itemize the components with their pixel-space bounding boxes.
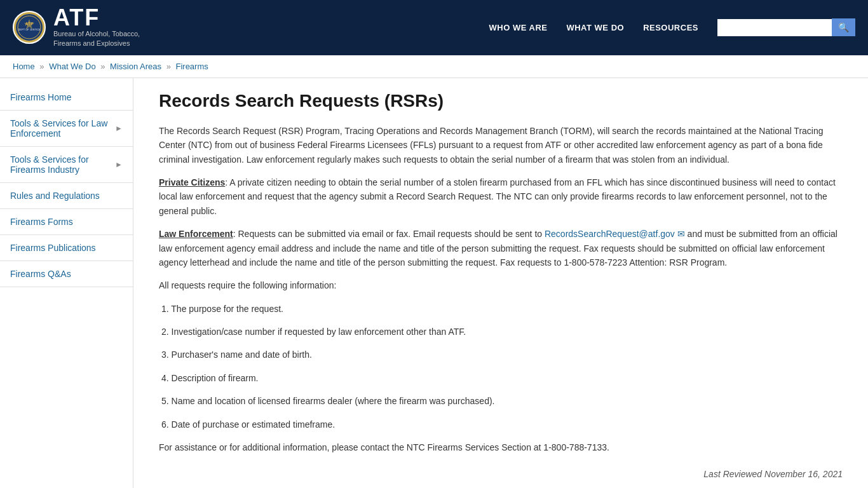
sidebar-item-label: Firearms Home — [10, 92, 71, 102]
breadcrumb-sep-3: » — [166, 62, 173, 71]
breadcrumb-mission-areas[interactable]: Mission Areas — [110, 62, 161, 71]
list-item-4: 4. Description of firearm. — [159, 371, 843, 385]
main-layout: Firearms Home Tools & Services for Law E… — [0, 78, 868, 488]
sidebar-item-label: Firearms Q&As — [10, 269, 71, 279]
main-nav: WHO WE ARE WHAT WE DO RESOURCES 🔍 — [489, 18, 855, 36]
private-citizens-paragraph: Private Citizens: A private citizen need… — [159, 175, 843, 218]
assistance-paragraph: For assistance or for additional informa… — [159, 440, 843, 454]
svg-text:DEPT OF JUSTICE: DEPT OF JUSTICE — [18, 28, 40, 31]
private-citizens-label: Private Citizens — [159, 177, 225, 187]
page-title: Records Search Requests (RSRs) — [159, 91, 843, 111]
nav-who-we-are[interactable]: WHO WE ARE — [489, 23, 548, 32]
list-item-3: 3. Purchaser's name and date of birth. — [159, 348, 843, 362]
law-enforcement-text-1: : Requests can be submitted via email or… — [233, 229, 545, 239]
list-item-6: 6. Date of purchase or estimated timefra… — [159, 417, 843, 431]
sidebar: Firearms Home Tools & Services for Law E… — [0, 78, 133, 488]
svg-point-0 — [15, 13, 43, 41]
list-item-2: 2. Investigation/case number if requeste… — [159, 325, 843, 339]
sidebar-item-label: Tools & Services for Law Enforcement — [10, 118, 115, 139]
atf-acronym: ATF — [53, 6, 140, 29]
sidebar-item-firearms-forms[interactable]: Firearms Forms — [0, 209, 133, 235]
atf-seal: ATF DEPT OF JUSTICE — [13, 11, 46, 44]
email-icon: ✉ — [677, 229, 685, 239]
nav-resources[interactable]: RESOURCES — [643, 23, 698, 32]
sidebar-item-label: Tools & Services for Firearms Industry — [10, 154, 115, 175]
all-requests-intro: All requests require the following infor… — [159, 278, 843, 292]
sidebar-item-firearms-home[interactable]: Firearms Home — [0, 85, 133, 111]
list-item-5: 5. Name and location of licensed firearm… — [159, 394, 843, 408]
chevron-right-icon: ► — [115, 124, 123, 133]
requirements-list: 1. The purpose for the request. 2. Inves… — [159, 302, 843, 431]
intro-paragraph: The Records Search Request (RSR) Program… — [159, 124, 843, 166]
main-content: Records Search Requests (RSRs) The Recor… — [133, 78, 868, 488]
logo-text: ATF Bureau of Alcohol, Tobacco,Firearms … — [53, 6, 140, 49]
list-item-1: 1. The purpose for the request. — [159, 302, 843, 316]
site-header: ATF DEPT OF JUSTICE ATF Bureau of Alcoho… — [0, 0, 868, 55]
nav-what-we-do[interactable]: WHAT WE DO — [566, 23, 624, 32]
search-form: 🔍 — [717, 18, 855, 36]
sidebar-item-label: Firearms Publications — [10, 243, 96, 253]
sidebar-item-firearms-publications[interactable]: Firearms Publications — [0, 235, 133, 261]
chevron-right-icon: ► — [115, 160, 123, 169]
breadcrumb: Home » What We Do » Mission Areas » Fire… — [0, 55, 868, 78]
atf-subtitle: Bureau of Alcohol, Tobacco,Firearms and … — [53, 29, 140, 49]
search-button[interactable]: 🔍 — [832, 18, 855, 36]
breadcrumb-sep-1: » — [39, 62, 46, 71]
breadcrumb-firearms[interactable]: Firearms — [175, 62, 208, 71]
sidebar-item-tools-law-enforcement[interactable]: Tools & Services for Law Enforcement ► — [0, 111, 133, 147]
breadcrumb-sep-2: » — [100, 62, 107, 71]
sidebar-item-label: Rules and Regulations — [10, 191, 100, 201]
breadcrumb-what-we-do[interactable]: What We Do — [49, 62, 95, 71]
breadcrumb-home[interactable]: Home — [13, 62, 35, 71]
email-address: RecordsSearchRequest@atf.gov — [545, 229, 675, 239]
email-link[interactable]: RecordsSearchRequest@atf.gov ✉ — [545, 229, 685, 239]
sidebar-item-label: Firearms Forms — [10, 217, 73, 227]
sidebar-item-firearms-qas[interactable]: Firearms Q&As — [0, 261, 133, 287]
law-enforcement-label: Law Enforcement — [159, 229, 233, 239]
law-enforcement-paragraph: Law Enforcement: Requests can be submitt… — [159, 227, 843, 269]
sidebar-item-rules-regulations[interactable]: Rules and Regulations — [0, 183, 133, 209]
last-reviewed: Last Reviewed November 16, 2021 — [159, 467, 843, 481]
sidebar-item-tools-firearms-industry[interactable]: Tools & Services for Firearms Industry ► — [0, 147, 133, 183]
search-input[interactable] — [717, 19, 832, 36]
logo-group: ATF DEPT OF JUSTICE ATF Bureau of Alcoho… — [13, 6, 140, 49]
private-citizens-text: : A private citizen needing to obtain th… — [159, 177, 836, 216]
